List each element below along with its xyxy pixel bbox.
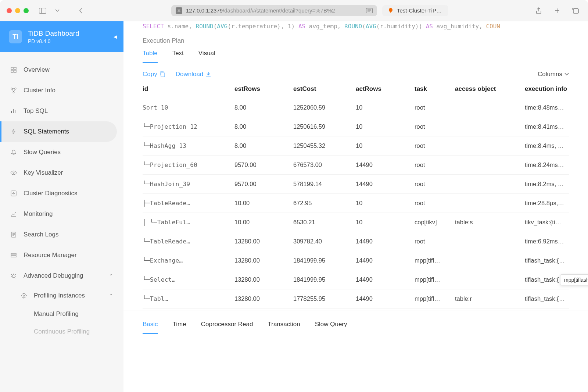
table-row[interactable]: ├─TableReade…10.00672.9510roottime:28.8µ… <box>143 194 569 213</box>
svg-rect-21 <box>11 256 16 257</box>
header-estcost[interactable]: estCost <box>293 85 356 93</box>
copy-icon <box>159 71 165 77</box>
cell-estrows: 8.00 <box>234 142 293 149</box>
cell-estcost: 309782.40 <box>293 238 356 245</box>
cell-actrows: 14490 <box>356 181 415 188</box>
sidebar-item-search-logs[interactable]: Search Logs <box>0 224 123 245</box>
table-row[interactable]: Sort_108.001252060.5910roottime:8.48ms, … <box>143 98 569 117</box>
nav-label: SQL Statements <box>24 128 69 135</box>
cell-id: │ └─TableFul… <box>143 219 234 226</box>
tab-2-label: Test-Cluster-TiP… <box>397 7 442 14</box>
cell-id: ├─TableReade… <box>143 200 234 207</box>
sidebar-item-cluster-diagnostics[interactable]: Cluster Diagnostics <box>0 183 123 204</box>
sql-preview: SELECT s.name, ROUND(AVG(r.temperature),… <box>123 21 588 36</box>
sidebar-item-key-visualizer[interactable]: Key Visualizer <box>0 163 123 183</box>
lightning-icon <box>10 128 17 135</box>
cell-task: root <box>415 181 455 188</box>
share-icon[interactable] <box>533 6 545 16</box>
nav-label: Overview <box>24 66 50 74</box>
table-row[interactable]: │ └─TableFul…10.006530.2110cop[tikv]tabl… <box>143 213 569 232</box>
cell-actrows: 10 <box>356 123 415 130</box>
sidebar-item-advanced-debugging[interactable]: Advanced Debugging⌃ <box>0 266 123 286</box>
tab-overview-icon[interactable] <box>570 6 581 16</box>
table-row[interactable]: └─Select…13280.001841999.9514490mpp[tifl… <box>143 270 569 289</box>
header-estrows[interactable]: estRows <box>234 85 293 93</box>
table-row[interactable]: └─Projection_609570.00676573.0014490root… <box>143 156 569 175</box>
tab-slow-query[interactable]: Slow Query <box>315 321 347 334</box>
tab-table[interactable]: Table <box>143 50 158 63</box>
columns-button[interactable]: Columns <box>538 71 569 78</box>
cell-access-object: table:s <box>455 219 525 226</box>
close-tab-icon[interactable]: ✕ <box>176 7 182 14</box>
detail-tabs: Basic Time Coprocessor Read Transaction … <box>123 310 588 334</box>
minimize-window-icon[interactable] <box>15 8 20 13</box>
cell-execution-info: tiflash_task:{time:… <box>525 257 569 264</box>
sidebar-item-top-sql[interactable]: Top SQL <box>0 101 123 121</box>
sidebar-sub-profiling-instances[interactable]: Profiling Instances⌃ <box>0 286 123 305</box>
address-bar[interactable]: ✕ 127.0.0.1:2379/dashboard/#/statement/d… <box>171 5 377 16</box>
cell-execution-info: tikv_task:{time:0s,… <box>525 219 569 226</box>
header-access-object[interactable]: access object <box>455 85 525 93</box>
maximize-window-icon[interactable] <box>24 8 29 13</box>
tab-text[interactable]: Text <box>172 50 184 63</box>
svg-rect-9 <box>11 70 13 72</box>
app-title: TiDB Dashboard <box>28 29 79 38</box>
sidebar-sub-continuous-profiling[interactable]: Continuous Profiling <box>0 323 123 341</box>
header-id[interactable]: id <box>143 85 234 93</box>
download-button[interactable]: Download <box>176 71 212 78</box>
tab-transaction[interactable]: Transaction <box>268 321 300 334</box>
header-task[interactable]: task <box>415 85 455 93</box>
cell-execution-info: tiflash_task:{time:… <box>525 295 569 302</box>
cell-estcost: 6530.21 <box>293 219 356 226</box>
table-row[interactable]: └─HashJoin_399570.00578199.1414490rootti… <box>143 175 569 194</box>
cell-id: └─Exchange… <box>143 257 234 264</box>
cell-actrows: 14490 <box>356 295 415 302</box>
traffic-lights <box>7 8 29 13</box>
chevron-down-icon[interactable] <box>51 6 63 16</box>
sidebar-item-monitoring[interactable]: Monitoring <box>0 204 123 224</box>
reader-mode-icon[interactable] <box>366 8 373 13</box>
table-row[interactable]: └─Exchange…13280.001841999.9514490mpp[ti… <box>143 251 569 270</box>
browser-tab-2[interactable]: Test-Cluster-TiP… <box>382 5 448 16</box>
tab-basic[interactable]: Basic <box>143 321 158 334</box>
main-content: SELECT s.name, ROUND(AVG(r.temperature),… <box>123 21 588 392</box>
sidebar-item-sql-statements[interactable]: SQL Statements <box>0 121 117 142</box>
app-version: PD v8.4.0 <box>28 38 79 44</box>
close-window-icon[interactable] <box>7 8 12 13</box>
cell-execution-info: time:8.2ms, loops:… <box>525 181 569 188</box>
table-row[interactable]: └─TableReade…13280.00309782.4014490roott… <box>143 232 569 251</box>
svg-rect-20 <box>11 253 16 255</box>
header-actrows[interactable]: actRows <box>356 85 415 93</box>
sidebar-item-resource-manager[interactable]: Resource Manager <box>0 245 123 266</box>
header-execution-info[interactable]: execution info <box>525 85 569 93</box>
collapse-sidebar-icon[interactable]: ◀ <box>114 34 117 39</box>
nav-label: Search Logs <box>24 231 58 238</box>
back-icon[interactable] <box>75 6 87 16</box>
tab-visual[interactable]: Visual <box>198 50 215 63</box>
svg-rect-6 <box>573 9 578 13</box>
tab-coprocessor-read[interactable]: Coprocessor Read <box>201 321 253 334</box>
cell-id: Sort_10 <box>143 104 234 111</box>
sidebar-toggle-icon[interactable] <box>37 6 49 16</box>
sidebar-sub-manual-profiling[interactable]: Manual Profiling <box>0 305 123 323</box>
cell-task: root <box>415 161 455 168</box>
cell-access-object: table:r <box>455 295 525 302</box>
table-row[interactable]: └─Tabl…13280.001778255.9514490mpp[tifl…t… <box>143 289 569 309</box>
cell-estcost: 672.95 <box>293 200 356 207</box>
sidebar-item-slow-queries[interactable]: Slow Queries <box>0 142 123 163</box>
cell-id: └─Select… <box>143 276 234 283</box>
table-row[interactable]: └─Projection_128.001250616.5910roottime:… <box>143 117 569 136</box>
cell-estcost: 1252060.59 <box>293 104 356 111</box>
svg-point-14 <box>13 172 14 174</box>
copy-button[interactable]: Copy <box>143 71 165 78</box>
table-row[interactable]: └─HashAgg_138.001250455.3210roottime:8.4… <box>143 136 569 156</box>
plan-table: id estRows estCost actRows task access o… <box>123 80 588 309</box>
cell-estcost: 1841999.95 <box>293 276 356 283</box>
cell-task: root <box>415 142 455 149</box>
tab-time[interactable]: Time <box>173 321 186 334</box>
cell-estrows: 13280.00 <box>234 238 293 245</box>
new-tab-icon[interactable] <box>551 6 563 16</box>
table-toolbar: Copy Download Columns <box>123 63 588 80</box>
sidebar-item-cluster-info[interactable]: Cluster Info <box>0 80 123 101</box>
sidebar-item-overview[interactable]: Overview <box>0 60 123 80</box>
